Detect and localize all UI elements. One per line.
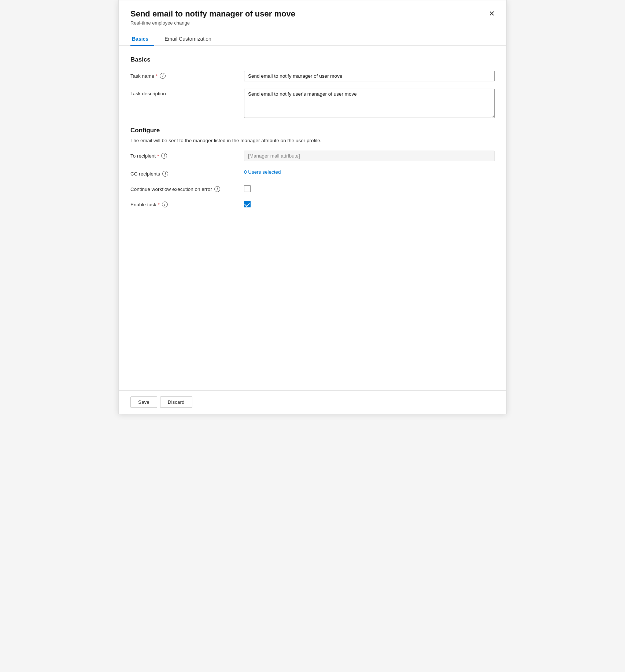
dialog-footer: Save Discard <box>119 390 506 414</box>
to-recipient-display: [Manager mail attribute] <box>244 151 495 161</box>
task-name-required: * <box>156 73 158 79</box>
discard-button[interactable]: Discard <box>160 396 192 408</box>
task-description-row: Task description <box>130 89 495 119</box>
task-name-info-icon[interactable]: i <box>160 73 166 79</box>
dialog-container: Send email to notify manager of user mov… <box>118 0 507 414</box>
configure-section-title: Configure <box>130 127 495 134</box>
task-description-control <box>244 89 495 119</box>
enable-task-row: Enable task * i <box>130 199 495 207</box>
task-description-label: Task description <box>130 89 244 96</box>
cc-recipients-info-icon[interactable]: i <box>162 171 168 177</box>
dialog-subtitle: Real-time employee change <box>130 20 495 26</box>
dialog-header: Send email to notify manager of user mov… <box>119 0 506 32</box>
to-recipient-required: * <box>157 153 159 159</box>
enable-task-required: * <box>158 202 160 207</box>
enable-task-info-icon[interactable]: i <box>162 202 168 207</box>
cc-recipients-link[interactable]: 0 Users selected <box>244 169 281 175</box>
enable-task-label: Enable task * i <box>130 199 244 207</box>
continue-workflow-checkbox-container <box>244 184 495 192</box>
configure-description: The email will be sent to the manager li… <box>130 138 495 143</box>
task-name-row: Task name * i <box>130 71 495 81</box>
task-name-label: Task name * i <box>130 71 244 79</box>
continue-workflow-control <box>244 184 495 192</box>
save-button[interactable]: Save <box>130 396 157 408</box>
enable-task-checkbox-container <box>244 199 495 207</box>
continue-workflow-row: Continue workflow execution on error i <box>130 184 495 192</box>
cc-recipients-label: CC recipients i <box>130 169 244 177</box>
tab-email-customization[interactable]: Email Customization <box>163 32 217 45</box>
cc-recipients-row: CC recipients i 0 Users selected <box>130 169 495 177</box>
continue-workflow-checkbox[interactable] <box>244 185 251 192</box>
configure-section: Configure The email will be sent to the … <box>130 127 495 207</box>
to-recipient-info-icon[interactable]: i <box>161 153 167 159</box>
basics-section-title: Basics <box>130 56 495 63</box>
to-recipient-control: [Manager mail attribute] <box>244 151 495 161</box>
continue-workflow-label: Continue workflow execution on error i <box>130 184 244 192</box>
close-button[interactable]: ✕ <box>486 8 498 19</box>
dialog-title: Send email to notify manager of user mov… <box>130 9 495 19</box>
close-icon: ✕ <box>489 9 495 18</box>
tabs-container: Basics Email Customization <box>119 32 506 46</box>
dialog-body: Basics Task name * i Task description Co… <box>119 46 506 303</box>
continue-workflow-info-icon[interactable]: i <box>214 186 220 192</box>
task-name-control <box>244 71 495 81</box>
task-name-input[interactable] <box>244 71 495 81</box>
cc-recipients-control: 0 Users selected <box>244 169 495 175</box>
to-recipient-row: To recipient * i [Manager mail attribute… <box>130 151 495 161</box>
to-recipient-label: To recipient * i <box>130 151 244 159</box>
tab-basics[interactable]: Basics <box>130 32 154 45</box>
task-description-input[interactable] <box>244 89 495 118</box>
enable-task-checkbox[interactable] <box>244 201 251 207</box>
enable-task-control <box>244 199 495 207</box>
